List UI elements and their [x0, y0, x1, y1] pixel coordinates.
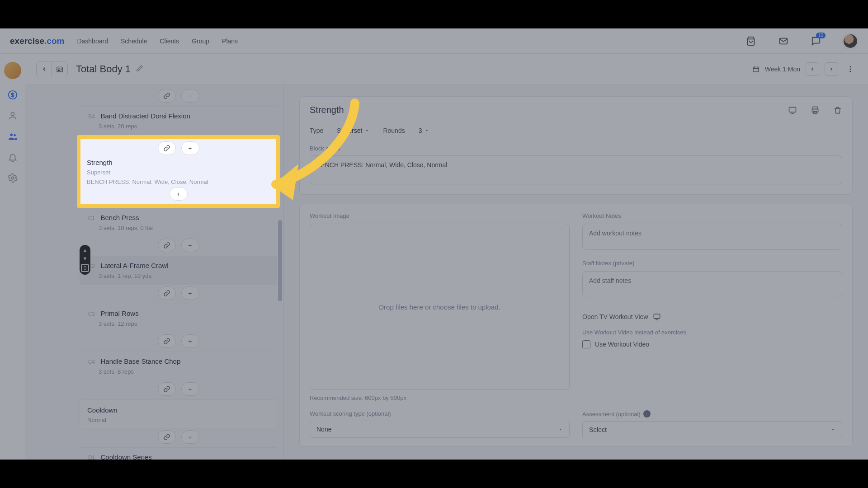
- people-icon[interactable]: [8, 131, 18, 141]
- week-next-button[interactable]: [825, 62, 838, 76]
- svg-rect-11: [59, 70, 60, 71]
- detail-title: Strength: [310, 105, 344, 115]
- svg-point-13: [850, 66, 851, 67]
- page-header: Total Body 1 Week 1:Mon: [25, 54, 868, 84]
- svg-point-5: [11, 177, 14, 179]
- bell-icon[interactable]: [8, 152, 18, 162]
- week-label[interactable]: Week 1:Mon: [765, 66, 800, 73]
- exercise-row-d1[interactable]: D1 Cooldown Series 1 set, 00:00:00: [80, 447, 277, 460]
- edit-icon[interactable]: [349, 106, 357, 115]
- add-button[interactable]: +: [181, 430, 199, 444]
- mail-icon[interactable]: [778, 35, 789, 47]
- workout-notes-label: Workout Notes: [582, 212, 842, 219]
- exercise-row-b4[interactable]: B4 Band Distracted Dorsi Flexion 3 sets,…: [80, 106, 277, 135]
- use-video-heading: Use Workout Video instead of exercises: [582, 329, 842, 336]
- use-video-checkbox[interactable]: [582, 340, 590, 348]
- more-menu-button[interactable]: [844, 62, 857, 76]
- person-icon[interactable]: [8, 111, 18, 121]
- svg-point-3: [10, 134, 13, 136]
- info-icon[interactable]: i: [643, 410, 651, 418]
- scoring-label: Workout scoring type (optional): [310, 410, 391, 417]
- staff-notes-field[interactable]: [582, 271, 842, 297]
- nav-back-button[interactable]: [37, 61, 52, 77]
- gear-icon[interactable]: [8, 173, 18, 183]
- nav-dashboard[interactable]: Dashboard: [77, 38, 108, 45]
- add-button[interactable]: +: [181, 239, 199, 252]
- nav-clients[interactable]: Clients: [160, 38, 179, 45]
- shopping-bag-icon[interactable]: [745, 35, 757, 47]
- add-button[interactable]: +: [170, 187, 188, 201]
- row-drag-controls[interactable]: ▲ ▼: [80, 245, 90, 275]
- nav-schedule[interactable]: Schedule: [121, 38, 147, 45]
- delete-row-icon[interactable]: [81, 264, 89, 272]
- image-dropzone[interactable]: Drop files here or choose files to uploa…: [310, 224, 570, 390]
- link-button[interactable]: [158, 286, 176, 300]
- dollar-icon[interactable]: [8, 90, 18, 100]
- block-strength-highlighted[interactable]: + Strength Superset BENCH PRESS: Normal,…: [77, 135, 280, 208]
- nav-group[interactable]: Group: [192, 38, 209, 45]
- calendar-small-icon: [752, 66, 760, 73]
- assessment-label: Assessment (optional): [582, 411, 641, 418]
- svg-rect-10: [58, 70, 59, 71]
- edit-icon[interactable]: [136, 65, 143, 74]
- move-up-icon[interactable]: ▲: [83, 248, 88, 253]
- block-cooldown[interactable]: Cooldown Normal: [80, 399, 277, 428]
- tv-view-link[interactable]: Open TV Workout View: [582, 313, 842, 321]
- notifications-badge: 10: [816, 33, 826, 38]
- link-button[interactable]: [158, 382, 176, 396]
- type-label: Type: [310, 127, 323, 134]
- page-title: Total Body 1: [76, 63, 131, 75]
- tv-icon: [653, 313, 661, 321]
- exercise-row-c4[interactable]: C4 Handle Base Stance Chop 3 sets, 8 rep…: [80, 352, 277, 380]
- exercise-list-column: ▲ ▼ + B4 Band Distracted Dorsi Flexion 3…: [25, 84, 284, 460]
- svg-point-4: [14, 134, 16, 136]
- workout-image-label: Workout Image: [310, 212, 570, 219]
- exercise-row-c2[interactable]: C2 Lateral A-Frame Crawl 3 sets, 1 rep, …: [80, 256, 277, 285]
- use-video-checkbox-row[interactable]: Use Workout Video: [582, 340, 842, 348]
- chevron-down-icon: [558, 427, 563, 432]
- svg-rect-7: [58, 68, 59, 69]
- move-down-icon[interactable]: ▼: [83, 256, 88, 261]
- rounds-select[interactable]: 3: [419, 127, 429, 134]
- block-detail-panel: Strength Type Superset Rounds 3 Block no…: [299, 96, 853, 195]
- svg-point-2: [11, 113, 14, 116]
- link-button[interactable]: [158, 239, 176, 252]
- svg-rect-20: [654, 314, 660, 319]
- workout-notes-field[interactable]: [582, 224, 842, 250]
- svg-point-15: [850, 70, 851, 72]
- link-button[interactable]: [158, 141, 176, 155]
- avatar[interactable]: [843, 33, 858, 49]
- add-button[interactable]: +: [181, 382, 199, 396]
- type-select[interactable]: Superset: [337, 127, 369, 134]
- svg-rect-8: [59, 68, 60, 69]
- left-sidebar: [0, 54, 25, 460]
- trash-icon[interactable]: [833, 106, 842, 115]
- chevron-down-icon: [831, 427, 835, 432]
- svg-rect-9: [61, 68, 62, 69]
- add-button[interactable]: +: [181, 141, 199, 155]
- scoring-select[interactable]: None: [310, 421, 570, 438]
- add-button[interactable]: +: [181, 89, 199, 103]
- print-icon[interactable]: [811, 106, 820, 115]
- svg-rect-16: [789, 107, 796, 112]
- workout-media-panel: Workout Image Drop files here or choose …: [299, 204, 853, 447]
- assessment-select[interactable]: Select: [582, 421, 842, 438]
- nav-plans[interactable]: Plans: [222, 38, 238, 45]
- exercise-row-c1[interactable]: C1 Bench Press 3 sets, 10 reps, 0 lbs: [80, 208, 277, 237]
- add-button[interactable]: +: [181, 286, 199, 300]
- exercise-row-c3[interactable]: C3 Primal Rows 3 sets, 12 reps: [80, 304, 277, 333]
- chat-icon[interactable]: 10: [810, 35, 822, 47]
- scrollbar[interactable]: [278, 220, 282, 301]
- tv-icon[interactable]: [788, 106, 797, 115]
- brand-logo[interactable]: exercise.com: [10, 36, 64, 46]
- link-button[interactable]: [158, 430, 176, 444]
- block-notes-field[interactable]: [310, 155, 842, 184]
- org-logo[interactable]: [4, 62, 21, 79]
- add-button[interactable]: +: [181, 334, 199, 348]
- link-button[interactable]: [158, 89, 176, 103]
- rounds-label: Rounds: [383, 127, 405, 134]
- link-button[interactable]: [158, 334, 176, 348]
- calendar-button[interactable]: [52, 61, 67, 77]
- staff-notes-label: Staff Notes (private): [582, 260, 842, 267]
- week-prev-button[interactable]: [806, 62, 819, 76]
